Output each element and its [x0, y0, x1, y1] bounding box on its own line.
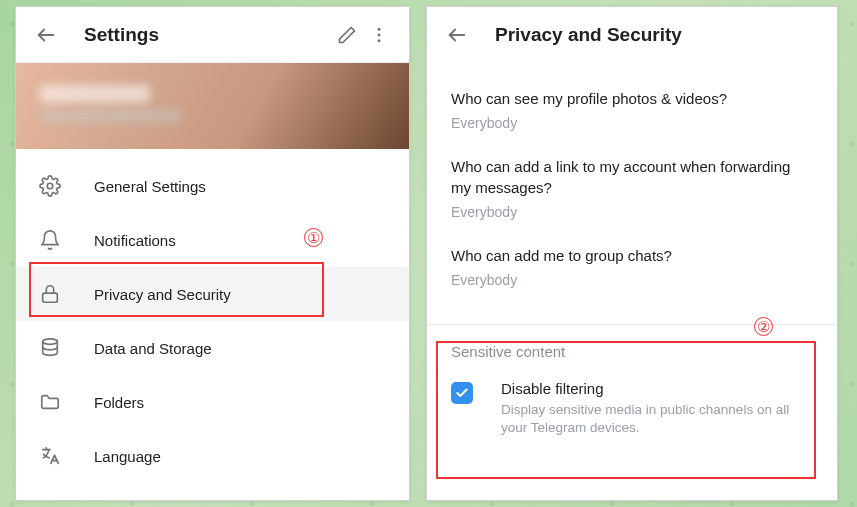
svg-point-3 — [378, 39, 381, 42]
disable-filtering-title: Disable filtering — [501, 380, 801, 397]
privacy-value: Everybody — [451, 115, 813, 131]
menu-label: General Settings — [94, 178, 206, 195]
settings-menu: General Settings Notifications Privacy a… — [16, 149, 409, 483]
settings-title: Settings — [84, 24, 159, 46]
menu-label: Privacy and Security — [94, 286, 231, 303]
folder-icon — [38, 390, 62, 414]
disable-filtering-row[interactable]: Disable filtering Display sensitive medi… — [427, 370, 837, 455]
menu-data-storage[interactable]: Data and Storage — [16, 321, 409, 375]
settings-panel: Settings General Settings Notifications — [15, 6, 410, 501]
privacy-title: Privacy and Security — [495, 24, 682, 46]
profile-banner[interactable] — [16, 63, 409, 149]
privacy-item-forward-link[interactable]: Who can add a link to my account when fo… — [451, 157, 813, 220]
back-icon[interactable] — [30, 19, 62, 51]
menu-label: Data and Storage — [94, 340, 212, 357]
menu-label: Notifications — [94, 232, 176, 249]
menu-privacy-security[interactable]: Privacy and Security — [16, 267, 409, 321]
language-icon — [38, 444, 62, 468]
privacy-list: Who can see my profile photos & videos? … — [427, 63, 837, 324]
svg-point-4 — [47, 183, 53, 189]
menu-notifications[interactable]: Notifications — [16, 213, 409, 267]
annotation-number-2: ② — [754, 317, 773, 336]
gear-icon — [38, 174, 62, 198]
privacy-item-profile-photos[interactable]: Who can see my profile photos & videos? … — [451, 89, 813, 131]
menu-folders[interactable]: Folders — [16, 375, 409, 429]
privacy-header: Privacy and Security — [427, 7, 837, 63]
lock-icon — [38, 282, 62, 306]
sensitive-section-title: Sensitive content — [427, 325, 837, 370]
menu-label: Language — [94, 448, 161, 465]
svg-rect-5 — [43, 293, 58, 302]
checkbox-checked-icon[interactable] — [451, 382, 473, 404]
svg-point-2 — [378, 33, 381, 36]
bell-icon — [38, 228, 62, 252]
annotation-number-1: ① — [304, 228, 323, 247]
edit-icon[interactable] — [331, 19, 363, 51]
more-icon[interactable] — [363, 19, 395, 51]
privacy-question: Who can add me to group chats? — [451, 246, 813, 266]
menu-language[interactable]: Language — [16, 429, 409, 483]
privacy-item-group-chats[interactable]: Who can add me to group chats? Everybody — [451, 246, 813, 288]
menu-general-settings[interactable]: General Settings — [16, 159, 409, 213]
privacy-question: Who can add a link to my account when fo… — [451, 157, 813, 198]
menu-label: Folders — [94, 394, 144, 411]
svg-point-6 — [43, 339, 58, 345]
privacy-question: Who can see my profile photos & videos? — [451, 89, 813, 109]
disable-filtering-sub: Display sensitive media in public channe… — [501, 401, 801, 437]
settings-header: Settings — [16, 7, 409, 63]
privacy-value: Everybody — [451, 204, 813, 220]
database-icon — [38, 336, 62, 360]
privacy-panel: Privacy and Security Who can see my prof… — [426, 6, 838, 501]
svg-point-1 — [378, 27, 381, 30]
privacy-value: Everybody — [451, 272, 813, 288]
back-icon[interactable] — [441, 19, 473, 51]
